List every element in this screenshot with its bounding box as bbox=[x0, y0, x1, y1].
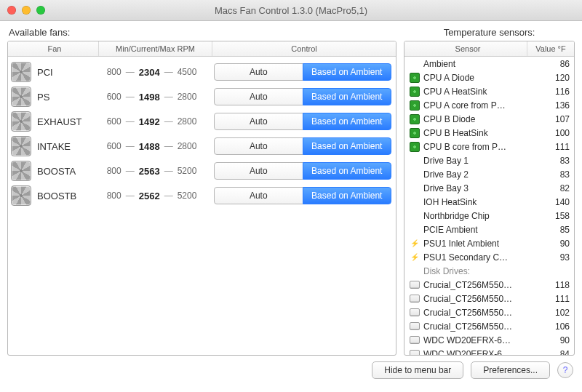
control-auto-button[interactable]: Auto bbox=[214, 137, 303, 155]
fan-icon bbox=[11, 111, 31, 132]
sensor-row[interactable]: ⚡PSU1 Secondary C…93 bbox=[404, 250, 574, 264]
sensor-row[interactable]: Drive Bay 283 bbox=[404, 167, 574, 181]
sensor-row[interactable]: Crucial_CT256M550…106 bbox=[404, 319, 574, 333]
drive-icon bbox=[409, 335, 420, 345]
sensor-value: 86 bbox=[529, 59, 571, 69]
footer: Hide to menu bar Preferences... ? bbox=[0, 356, 582, 385]
sensors-box: Sensor Value °F Ambient86CPU A Diode120C… bbox=[404, 41, 575, 356]
sensor-value: 136 bbox=[529, 100, 571, 111]
cpu-chip-icon bbox=[409, 100, 420, 111]
drive-icon bbox=[409, 280, 420, 290]
sensor-row[interactable]: CPU A HeatSink116 bbox=[404, 84, 574, 98]
sensor-row[interactable]: ⚡PSU1 Inlet Ambient90 bbox=[404, 236, 574, 250]
sensor-name: CPU B core from P… bbox=[423, 142, 529, 152]
fan-rpm-readout: 800—2304—4500 bbox=[95, 67, 208, 78]
fan-icon bbox=[11, 185, 31, 206]
control-based-button[interactable]: Based on Ambient bbox=[303, 187, 392, 204]
sensor-row[interactable]: Crucial_CT256M550…111 bbox=[404, 292, 574, 305]
control-auto-button[interactable]: Auto bbox=[214, 113, 303, 130]
col-value-header[interactable]: Value °F bbox=[527, 41, 574, 56]
sensor-value: 100 bbox=[529, 128, 571, 138]
sensor-name: Crucial_CT256M550… bbox=[423, 321, 529, 332]
sensor-value: 116 bbox=[529, 87, 571, 97]
sensor-name: Drive Bay 2 bbox=[423, 169, 529, 180]
sensor-name: Northbridge Chip bbox=[423, 211, 529, 221]
sensor-rows: Ambient86CPU A Diode120CPU A HeatSink116… bbox=[404, 57, 574, 355]
disk-drives-label: Disk Drives: bbox=[423, 266, 529, 276]
sensor-row[interactable]: Crucial_CT256M550…118 bbox=[404, 278, 574, 292]
sensor-row[interactable]: WDC WD20EFRX-6…90 bbox=[404, 333, 574, 347]
sensor-value: 90 bbox=[529, 239, 571, 249]
rpm-max: 2800 bbox=[178, 92, 197, 102]
sensor-name: PSU1 Secondary C… bbox=[423, 252, 529, 263]
sensor-row[interactable]: Ambient86 bbox=[404, 57, 574, 71]
fan-control-segment: AutoBased on Ambient bbox=[208, 187, 391, 204]
sensor-row[interactable]: Crucial_CT256M550…102 bbox=[404, 305, 574, 319]
sensors-header-row: Sensor Value °F bbox=[404, 41, 574, 57]
control-based-button[interactable]: Based on Ambient bbox=[303, 63, 392, 81]
drive-icon bbox=[409, 294, 420, 304]
disk-drives-header: Disk Drives: bbox=[404, 264, 574, 278]
fans-pane: Available fans: Fan Min/Current/Max RPM … bbox=[7, 27, 396, 356]
fan-control-segment: AutoBased on Ambient bbox=[208, 137, 391, 155]
control-based-button[interactable]: Based on Ambient bbox=[303, 137, 392, 155]
sensor-value: 83 bbox=[529, 156, 571, 166]
rpm-current: 2562 bbox=[139, 191, 160, 201]
blank-icon bbox=[409, 197, 420, 207]
sensor-name: CPU A core from P… bbox=[423, 100, 529, 111]
sensor-value: 111 bbox=[529, 294, 571, 304]
sensor-name: WDC WD20EFRX-6… bbox=[423, 349, 529, 356]
fan-rpm-readout: 600—1488—2800 bbox=[95, 141, 208, 152]
sensor-name: Ambient bbox=[423, 59, 529, 69]
col-fan-header[interactable]: Fan bbox=[8, 41, 99, 56]
control-based-button[interactable]: Based on Ambient bbox=[303, 88, 392, 105]
control-auto-button[interactable]: Auto bbox=[214, 63, 303, 81]
fan-row[interactable]: EXHAUST600—1492—2800AutoBased on Ambient bbox=[8, 109, 396, 134]
sensor-row[interactable]: IOH HeatSink140 bbox=[404, 195, 574, 209]
sensor-row[interactable]: WDC WD20EFRX-6…84 bbox=[404, 347, 574, 355]
sensor-row[interactable]: Northbridge Chip158 bbox=[404, 209, 574, 223]
preferences-button[interactable]: Preferences... bbox=[471, 361, 550, 379]
col-sensor-header[interactable]: Sensor bbox=[404, 41, 527, 56]
fan-name: PS bbox=[37, 92, 95, 103]
sensor-row[interactable]: CPU A core from P…136 bbox=[404, 98, 574, 112]
titlebar[interactable]: Macs Fan Control 1.3.0 (MacPro5,1) bbox=[0, 0, 582, 21]
control-auto-button[interactable]: Auto bbox=[214, 88, 303, 105]
sensor-row[interactable]: Drive Bay 183 bbox=[404, 153, 574, 167]
sensor-name: PSU1 Inlet Ambient bbox=[423, 239, 529, 249]
fan-row[interactable]: BOOSTA800—2563—5200AutoBased on Ambient bbox=[8, 159, 396, 183]
fan-row[interactable]: INTAKE600—1488—2800AutoBased on Ambient bbox=[8, 134, 396, 159]
col-rpm-header[interactable]: Min/Current/Max RPM bbox=[99, 41, 212, 56]
main-content: Available fans: Fan Min/Current/Max RPM … bbox=[0, 21, 582, 356]
help-button[interactable]: ? bbox=[557, 362, 573, 378]
control-auto-button[interactable]: Auto bbox=[214, 162, 303, 180]
sensor-name: PCIE Ambient bbox=[423, 225, 529, 235]
fan-icon bbox=[11, 136, 31, 156]
sensor-name: CPU A Diode bbox=[423, 73, 529, 83]
control-auto-button[interactable]: Auto bbox=[214, 187, 303, 204]
blank-icon bbox=[409, 59, 420, 69]
sensor-row[interactable]: CPU B HeatSink100 bbox=[404, 126, 574, 140]
cpu-chip-icon bbox=[409, 73, 420, 83]
blank-icon bbox=[409, 225, 420, 235]
col-control-header[interactable]: Control bbox=[212, 41, 396, 56]
fan-row[interactable]: PS600—1498—2800AutoBased on Ambient bbox=[8, 84, 396, 109]
sensor-row[interactable]: CPU B core from P…111 bbox=[404, 140, 574, 153]
fan-row[interactable]: BOOSTB800—2562—5200AutoBased on Ambient bbox=[8, 183, 396, 208]
control-based-button[interactable]: Based on Ambient bbox=[303, 113, 392, 130]
rpm-min: 800 bbox=[107, 67, 121, 77]
rpm-current: 1492 bbox=[139, 116, 160, 127]
sensor-row[interactable]: PCIE Ambient85 bbox=[404, 223, 574, 236]
rpm-current: 1498 bbox=[139, 92, 160, 103]
rpm-min: 600 bbox=[107, 116, 121, 127]
sensor-row[interactable]: CPU A Diode120 bbox=[404, 71, 574, 84]
fan-row[interactable]: PCI800—2304—4500AutoBased on Ambient bbox=[8, 60, 396, 84]
control-based-button[interactable]: Based on Ambient bbox=[303, 162, 392, 180]
sensor-row[interactable]: Drive Bay 382 bbox=[404, 181, 574, 195]
fan-icon bbox=[11, 87, 31, 107]
sensor-row[interactable]: CPU B Diode107 bbox=[404, 112, 574, 126]
sensor-value: 158 bbox=[529, 211, 571, 221]
window-title: Macs Fan Control 1.3.0 (MacPro5,1) bbox=[0, 5, 582, 16]
psu-icon: ⚡ bbox=[409, 252, 420, 263]
hide-to-menu-bar-button[interactable]: Hide to menu bar bbox=[372, 361, 463, 379]
